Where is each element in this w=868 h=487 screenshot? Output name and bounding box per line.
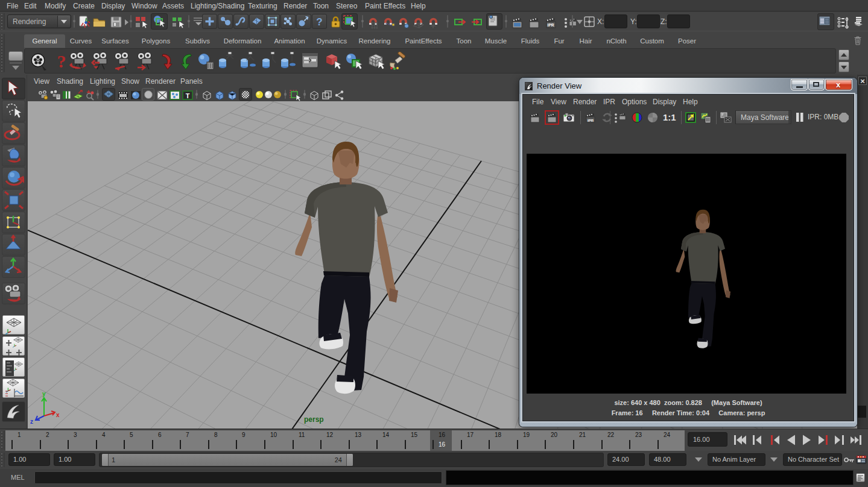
svg-text:y: y (42, 391, 46, 397)
svg-text:?: ? (57, 52, 66, 71)
svg-text:?: ? (316, 16, 322, 28)
svg-text:z: z (30, 418, 33, 425)
svg-text:T: T (186, 92, 190, 99)
svg-text:IPR: IPR (588, 119, 594, 122)
svg-text:x: x (56, 412, 60, 418)
svg-text:IPR: IPR (548, 23, 554, 27)
svg-text:persp: persp (304, 415, 324, 424)
